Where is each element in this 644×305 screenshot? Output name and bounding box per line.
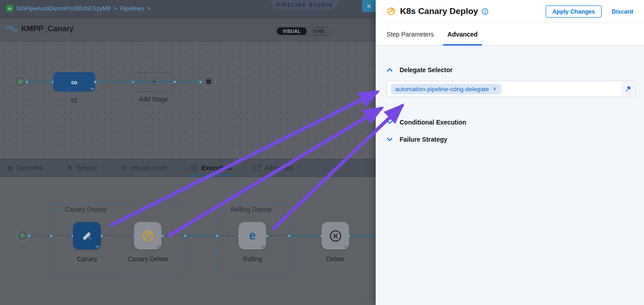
stage-type-icon: ∞ bbox=[71, 78, 77, 87]
step-label: Canary Delete bbox=[120, 255, 175, 263]
collapse-group-icon[interactable] bbox=[221, 209, 226, 210]
pipeline-name: KMPP_Canary bbox=[21, 24, 74, 33]
delegate-selector-input[interactable]: automation-pipeline-cdng-delegate ✕ bbox=[386, 81, 635, 97]
connector-point bbox=[93, 80, 97, 84]
collapse-group-icon[interactable] bbox=[55, 209, 60, 210]
connector-point bbox=[215, 234, 219, 238]
pipeline-end-node bbox=[202, 75, 215, 88]
info-icon[interactable] bbox=[482, 8, 488, 15]
close-studio-button[interactable]: ✕ bbox=[362, 0, 376, 12]
rolling-deploy-icon: e bbox=[249, 230, 256, 242]
tab-overview[interactable]: ◍ Overview bbox=[7, 159, 43, 176]
step-rolling[interactable]: e </> bbox=[239, 222, 266, 250]
canary-delete-icon bbox=[141, 229, 155, 243]
connector-point bbox=[198, 80, 202, 84]
tab-advanced[interactable]: Advanced bbox=[447, 23, 478, 45]
breadcrumb-separator: > bbox=[114, 5, 117, 12]
tab-service[interactable]: ⚙ Service bbox=[67, 159, 97, 176]
step-group-canary-deploy[interactable] bbox=[51, 203, 184, 274]
gear-icon: ⚙ bbox=[67, 165, 73, 171]
breadcrumb-separator: > bbox=[147, 5, 151, 12]
step-config-panel: K8s Canary Deploy Apply Changes Discard … bbox=[376, 0, 644, 305]
tab-label: Overview bbox=[17, 164, 43, 171]
breadcrumb-project-link[interactable]: NGPipeAutoDemoProXBVbESzyM8 bbox=[16, 5, 110, 12]
group-label-row: Canary Deploy bbox=[55, 206, 107, 213]
pin-icon bbox=[625, 85, 632, 92]
pipeline-studio-canvas: ∞ NGPipeAutoDemoProXBVbESzyM8 > Pipeline… bbox=[0, 0, 376, 305]
pipeline-studio-badge: PIPELINE STUDIO bbox=[269, 0, 341, 10]
add-stage-button[interactable]: + bbox=[133, 72, 175, 92]
step-canary-delete[interactable]: </> bbox=[134, 222, 161, 250]
delegate-tag-label: automation-pipeline-cdng-delegate bbox=[395, 86, 489, 92]
solid-connector bbox=[349, 235, 376, 236]
pin-input-button[interactable] bbox=[621, 82, 635, 96]
stage-graph-canvas: ∞ </> + s1 Add Stage bbox=[0, 42, 376, 159]
solid-connector bbox=[185, 235, 217, 236]
canary-deploy-icon bbox=[79, 228, 95, 244]
add-stage-label: Add Stage bbox=[133, 96, 175, 103]
connector-point bbox=[25, 80, 29, 84]
chevron-down-icon bbox=[386, 137, 393, 142]
dashed-connector bbox=[161, 235, 185, 236]
group-label: Rolling Deploy bbox=[231, 206, 271, 213]
tab-advanced[interactable]: Advanced bbox=[255, 159, 292, 176]
panel-title: K8s Canary Deploy bbox=[400, 6, 478, 16]
breadcrumb-pipelines-link[interactable]: Pipelines bbox=[120, 5, 144, 12]
discard-button[interactable]: Discard bbox=[612, 8, 633, 15]
stop-icon bbox=[207, 79, 211, 84]
solid-connector bbox=[290, 235, 322, 236]
step-delete[interactable]: </> bbox=[322, 222, 349, 250]
panel-header: K8s Canary Deploy Apply Changes Discard bbox=[376, 0, 644, 23]
dashed-connector bbox=[217, 235, 239, 236]
tab-execution[interactable]: ▶ Execution bbox=[191, 159, 232, 176]
section-delegate-selector[interactable]: Delegate Selector bbox=[386, 66, 635, 74]
chevron-up-icon bbox=[386, 68, 393, 72]
edit-pipeline-name-icon[interactable]: ✎ bbox=[78, 25, 83, 32]
yaml-toggle-button[interactable]: YAML bbox=[307, 27, 331, 35]
connector-point bbox=[173, 80, 177, 84]
connector-point bbox=[287, 234, 291, 238]
code-icon: </> bbox=[344, 245, 347, 248]
chevron-down-icon bbox=[386, 120, 393, 125]
panel-tab-bar: Step Parameters Advanced bbox=[376, 23, 644, 46]
top-navigation-bar: ∞ NGPipeAutoDemoProXBVbESzyM8 > Pipeline… bbox=[0, 0, 376, 18]
stage-node-s1[interactable]: ∞ </> bbox=[53, 72, 95, 92]
group-label: Canary Deploy bbox=[65, 206, 107, 213]
code-icon: </> bbox=[156, 245, 160, 248]
step-label: Canary bbox=[66, 255, 108, 263]
infrastructure-icon: ◎ bbox=[121, 165, 126, 171]
dashed-connector bbox=[266, 235, 290, 236]
step-canary[interactable]: </> bbox=[73, 222, 101, 250]
tab-label: Execution bbox=[202, 164, 232, 171]
apply-changes-button[interactable]: Apply Changes bbox=[546, 5, 602, 18]
tab-infrastructure[interactable]: ◎ Infrastructure bbox=[121, 159, 168, 176]
section-label: Conditional Execution bbox=[400, 119, 466, 126]
section-conditional-execution[interactable]: Conditional Execution bbox=[386, 119, 635, 126]
tab-label: Infrastructure bbox=[130, 164, 167, 171]
stage-tab-bar: ◍ Overview ⚙ Service ◎ Infrastructure ▶ … bbox=[0, 159, 376, 177]
visual-yaml-toggle: VISUAL YAML bbox=[276, 27, 332, 35]
connector-point bbox=[49, 234, 53, 238]
plus-icon: + bbox=[151, 77, 156, 87]
group-label-row: Rolling Deploy bbox=[221, 206, 271, 213]
delete-icon bbox=[328, 229, 343, 243]
overview-icon: ◍ bbox=[7, 165, 13, 171]
breadcrumb: ∞ NGPipeAutoDemoProXBVbESzyM8 > Pipeline… bbox=[6, 5, 151, 12]
tab-label: Advanced bbox=[264, 164, 292, 171]
pipeline-icon bbox=[6, 26, 17, 32]
connector-point bbox=[27, 234, 31, 238]
tab-label: Service bbox=[76, 164, 97, 171]
section-failure-strategy[interactable]: Failure Strategy bbox=[386, 136, 635, 143]
stage-label: s1 bbox=[53, 97, 95, 104]
dashed-connector bbox=[101, 235, 134, 236]
visual-toggle-button[interactable]: VISUAL bbox=[277, 27, 307, 35]
connector-point bbox=[183, 234, 187, 238]
project-icon: ∞ bbox=[6, 5, 13, 12]
step-label: Rolling bbox=[232, 255, 273, 263]
play-icon bbox=[21, 233, 25, 238]
tab-step-parameters[interactable]: Step Parameters bbox=[386, 23, 434, 45]
remove-tag-icon[interactable]: ✕ bbox=[492, 86, 497, 92]
section-label: Delegate Selector bbox=[400, 66, 453, 74]
code-icon: </> bbox=[96, 245, 99, 248]
panel-content: Delegate Selector automation-pipeline-cd… bbox=[376, 46, 644, 305]
